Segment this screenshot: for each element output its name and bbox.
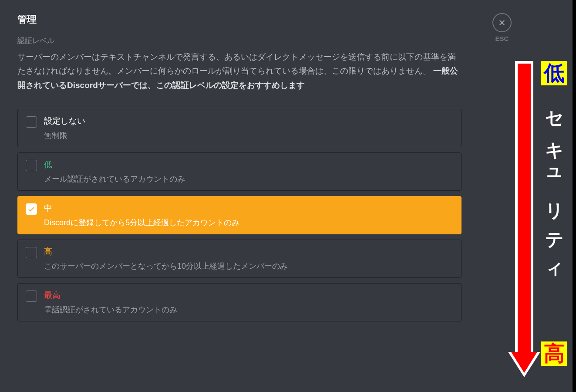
- verification-option-medium[interactable]: 中 Discordに登録してから5分以上経過したアカウントのみ: [17, 196, 461, 234]
- option-title-highest: 最高: [44, 290, 453, 301]
- option-desc-low: メール認証がされているアカウントのみ: [44, 174, 453, 184]
- description: サーバーのメンバーはテキストチャンネルで発言する、あるいはダイレクトメッセージを…: [17, 50, 461, 92]
- checkbox-highest[interactable]: [26, 291, 37, 302]
- close-icon: [492, 13, 512, 32]
- annotation-labels: 低 セキュリティ 高: [541, 61, 567, 366]
- close-button[interactable]: ESC: [492, 13, 512, 42]
- verification-option-high[interactable]: 高 このサーバーのメンバーとなってから10分以上経過したメンバーのみ: [17, 240, 461, 278]
- option-title-low: 低: [44, 159, 453, 170]
- option-title-none: 設定しない: [44, 115, 453, 127]
- verification-option-highest[interactable]: 最高 電話認証がされているアカウントのみ: [17, 283, 461, 321]
- checkbox-none[interactable]: [26, 116, 37, 128]
- option-desc-high: このサーバーのメンバーとなってから10分以上経過したメンバーのみ: [44, 261, 453, 271]
- description-text: サーバーのメンバーはテキストチャンネルで発言する、あるいはダイレクトメッセージを…: [17, 52, 456, 75]
- annotation-vertical-text: セキュリティ: [542, 98, 566, 282]
- arrow-icon: [512, 61, 536, 375]
- page-title: 管理: [17, 13, 461, 26]
- checkbox-low[interactable]: [26, 160, 37, 171]
- checkbox-medium[interactable]: [26, 203, 37, 215]
- close-label: ESC: [495, 35, 509, 42]
- option-desc-highest: 電話認証がされているアカウントのみ: [44, 304, 453, 315]
- annotation-badge-high: 高: [541, 341, 567, 366]
- annotation-overlay: 低 セキュリティ 高: [512, 61, 567, 375]
- annotation-badge-low: 低: [541, 61, 567, 85]
- right-edge-bar: [573, 0, 576, 392]
- option-desc-medium: Discordに登録してから5分以上経過したアカウントのみ: [44, 217, 453, 228]
- verification-option-low[interactable]: 低 メール認証がされているアカウントのみ: [17, 152, 461, 191]
- checkbox-high[interactable]: [26, 247, 37, 258]
- verification-option-none[interactable]: 設定しない 無制限: [17, 109, 461, 147]
- section-title: 認証レベル: [17, 36, 461, 46]
- option-desc-none: 無制限: [44, 130, 453, 141]
- option-title-medium: 中: [44, 203, 453, 214]
- option-title-high: 高: [44, 246, 453, 257]
